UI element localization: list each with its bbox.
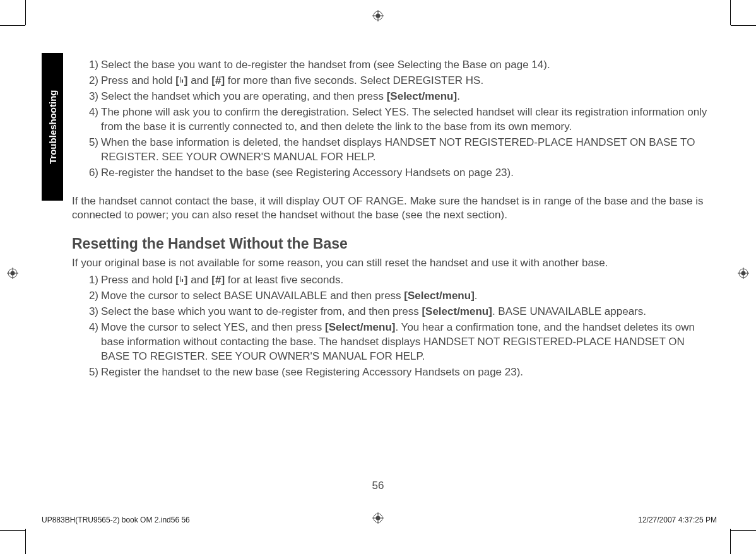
item-text: The phone will ask you to confirm the de…: [101, 106, 707, 133]
crop-mark: [25, 0, 26, 25]
item-number: 5): [86, 136, 98, 150]
item-text: Press and hold: [101, 274, 175, 286]
crop-mark: [25, 529, 26, 554]
registration-mark-icon: [372, 10, 384, 21]
item-text: and: [187, 274, 211, 286]
item-text: Move the cursor to select YES, and then …: [101, 321, 325, 333]
item-number: 4): [86, 105, 98, 120]
item-text: Register the handset to the new base (se…: [101, 366, 523, 378]
list-item: 4)Move the cursor to select YES, and the…: [86, 321, 709, 364]
list-item: 5)Register the handset to the new base (…: [86, 365, 709, 380]
list-item: 6)Re-register the handset to the base (s…: [86, 166, 709, 180]
registration-mark-icon: [7, 268, 18, 279]
body-paragraph: If the handset cannot contact the base, …: [72, 194, 709, 223]
item-number: 1): [86, 273, 98, 288]
list-item: 3)Select the handset which you are opera…: [86, 90, 709, 104]
key-label: [Select/menu]: [387, 90, 457, 102]
item-text: for more than five seconds. Select DEREG…: [225, 74, 483, 86]
registration-mark-icon: [372, 512, 384, 524]
list-item: 3)Select the base which you want to de-r…: [86, 305, 709, 319]
item-text: for at least five seconds.: [225, 274, 343, 286]
item-number: 2): [86, 289, 98, 304]
end-key-icon: [179, 76, 184, 85]
item-text: Select the base which you want to de-reg…: [101, 305, 422, 317]
list-item: 1)Press and hold [] and [#] for at least…: [86, 273, 709, 288]
crop-mark: [0, 530, 25, 531]
item-text: Select the base you want to de-register …: [101, 59, 550, 71]
list-item: 5)When the base information is deleted, …: [86, 136, 709, 165]
item-number: 5): [86, 365, 98, 380]
key-label: [#]: [211, 274, 225, 286]
procedure-list-2: 1)Press and hold [] and [#] for at least…: [72, 273, 709, 380]
item-number: 2): [86, 74, 98, 88]
item-text: When the base information is deleted, th…: [101, 136, 695, 163]
crop-mark: [730, 529, 731, 554]
registration-mark-icon: [738, 268, 749, 279]
item-text: Press and hold: [101, 74, 175, 86]
item-text: .: [457, 90, 460, 102]
item-text: Select the handset which you are operati…: [101, 90, 387, 102]
item-number: 6): [86, 166, 98, 180]
item-number: 4): [86, 321, 98, 335]
section-heading: Resetting the Handset Without the Base: [72, 234, 709, 254]
item-text: . BASE UNAVAILABLE appears.: [492, 305, 646, 317]
key-label: [#]: [211, 74, 225, 86]
crop-mark: [0, 25, 25, 26]
key-label: [Select/menu]: [422, 305, 492, 317]
section-tab: Troubleshooting: [42, 53, 63, 201]
footer-filename: UP883BH(TRU9565-2) book OM 2.ind56 56: [42, 516, 190, 524]
crop-mark: [731, 530, 756, 531]
intro-paragraph: If your original base is not available f…: [72, 256, 709, 271]
item-text: Re-register the handset to the base (see…: [101, 167, 514, 179]
item-number: 3): [86, 90, 98, 104]
footer-timestamp: 12/27/2007 4:37:25 PM: [638, 516, 717, 524]
list-item: 4)The phone will ask you to confirm the …: [86, 105, 709, 134]
key-label: [Select/menu]: [325, 321, 395, 333]
list-item: 2)Press and hold [] and [#] for more tha…: [86, 74, 709, 88]
item-text: .: [475, 290, 478, 302]
list-item: 2)Move the cursor to select BASE UNAVAIL…: [86, 289, 709, 304]
procedure-list-1: 1)Select the base you want to de-registe…: [72, 58, 709, 180]
key-label: [Select/menu]: [404, 290, 474, 302]
item-number: 3): [86, 305, 98, 319]
crop-mark: [730, 0, 731, 25]
page-number: 56: [0, 480, 756, 492]
end-key-icon: [179, 276, 184, 285]
crop-mark: [731, 25, 756, 26]
list-item: 1)Select the base you want to de-registe…: [86, 58, 709, 73]
page-content: 1)Select the base you want to de-registe…: [72, 58, 709, 381]
item-text: and: [187, 74, 211, 86]
item-text: Move the cursor to select BASE UNAVAILAB…: [101, 290, 404, 302]
item-number: 1): [86, 58, 98, 73]
